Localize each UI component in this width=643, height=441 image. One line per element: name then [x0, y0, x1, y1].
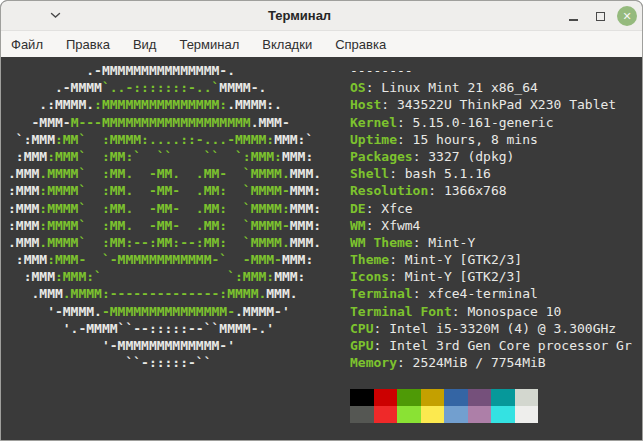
info-line-terminal-font: Terminal Font: Monospace 10 [350, 303, 632, 320]
info-value: : 5.15.0-161-generic [397, 115, 554, 130]
ascii-art-line: :MMM:MMM:` `:MMM:MMM: [8, 268, 321, 285]
ascii-art-segment-g: .MMMM:--------------:MMMM. [63, 286, 267, 301]
info-line-cpu: CPU: Intel i5-3320M (4) @ 3.300GHz [350, 320, 632, 337]
ascii-art-line: .MMM.MMMM` :MM:--:MM:--:MM: `MMMM.MMM. [8, 234, 321, 251]
ascii-art-line: .-MMMM`..-:::::::-..`MMMM-. [8, 79, 321, 96]
ascii-art-segment-g: `..-:::::::-..` [102, 80, 219, 95]
info-line-resolution: Resolution: 1366x768 [350, 182, 632, 199]
titlebar[interactable]: Терминал ✕ [1, 1, 642, 31]
info-value: : Xfce [366, 201, 413, 216]
info-label: DE [350, 201, 366, 216]
info-label: Theme [350, 252, 389, 267]
info-label: Icons [350, 269, 389, 284]
palette-swatch [444, 406, 468, 423]
info-value: : Monospace 10 [452, 304, 562, 319]
ascii-art-segment-w: MMM. [266, 286, 297, 301]
ascii-art-segment-w: .MMM [8, 286, 63, 301]
maximize-button[interactable] [590, 6, 610, 26]
info-label: WM [350, 218, 366, 233]
info-line-wm: WM: Xfwm4 [350, 217, 632, 234]
ascii-art-segment-w: :MMM [8, 218, 39, 233]
info-line-uptime: Uptime: 15 hours, 8 mins [350, 131, 632, 148]
palette-swatch [468, 406, 492, 423]
ascii-art-line: '-MMMMMMMMMMMMM-' [8, 337, 321, 354]
menu-item-tabs[interactable]: Вкладки [254, 33, 320, 56]
palette-swatch [374, 389, 398, 406]
palette-swatch [374, 406, 398, 423]
ascii-art-segment-w: MMM. [290, 235, 321, 250]
menu-item-edit[interactable]: Правка [58, 33, 118, 56]
palette-swatch [421, 389, 445, 406]
ascii-art-segment-w: .MMMM:. [227, 97, 282, 112]
ascii-art-segment-w: .MMM- [251, 115, 290, 130]
blank-line [350, 371, 632, 388]
ascii-art-line: :MMM:MMM` :MM:` `` `` `:MMM:MMM: [8, 148, 321, 165]
info-label: Kernel [350, 115, 397, 130]
info-line-host: Host: 343522U ThinkPad X230 Tablet [350, 96, 632, 113]
menu-item-help[interactable]: Справка [327, 33, 394, 56]
info-line-terminal: Terminal: xfce4-terminal [350, 285, 632, 302]
palette-swatch [468, 389, 492, 406]
info-label: Memory [350, 355, 397, 370]
info-value: : Intel i5-3320M (4) @ 3.300GHz [373, 321, 616, 336]
close-button[interactable]: ✕ [617, 6, 637, 26]
info-line-os: OS: Linux Mint 21 x86_64 [350, 79, 632, 96]
ascii-art-segment-w: :MMM [8, 183, 39, 198]
palette-swatch [444, 389, 468, 406]
ascii-art-segment-g: .MMMM` :MM:--:MM:--:MM: `MMMM. [39, 235, 289, 250]
ascii-art-line: `:MMM:MM` :MMMM:....::-...-MMMM:MMM:` [8, 131, 321, 148]
palette-swatch [350, 389, 374, 406]
minimize-button[interactable] [563, 6, 583, 26]
close-icon: ✕ [622, 11, 631, 22]
ascii-art-segment-w: .MMM [8, 235, 39, 250]
info-line-memory: Memory: 2524MiB / 7754MiB [350, 354, 632, 371]
info-value: : 1366x768 [428, 183, 506, 198]
info-value: : bash 5.1.16 [389, 166, 491, 181]
info-value: : 15 hours, 8 mins [397, 132, 538, 147]
ascii-art-segment-w: ``-:::::-`` [8, 355, 212, 370]
menu-item-terminal[interactable]: Терминал [171, 33, 247, 56]
info-value: : 343522U ThinkPad X230 Tablet [381, 97, 616, 112]
ascii-art-segment-w: :MMM [8, 149, 47, 164]
ascii-art-segment-g: M---MMMMMMMMMMMMMMMMMMM [71, 115, 251, 130]
info-label: CPU [350, 321, 373, 336]
ascii-art-segment-w: -MMM- [8, 115, 71, 130]
ascii-art-segment-g: :MMMM` :MM. -MM- .MM: `MMMM- [39, 218, 289, 233]
ascii-art-segment-w: '.-MMMM``--:::::--``MMMM-.' [8, 321, 274, 336]
info-divider-text: -------- [350, 63, 413, 78]
info-value: : Mint-Y [GTK2/3] [389, 252, 522, 267]
info-label: Uptime [350, 132, 397, 147]
ascii-art-line: '-MMMM.-MMMMMMMMMMMMMMM-.MMMM-' [8, 303, 321, 320]
palette-row-bright [350, 406, 632, 423]
info-value: : 3327 (dpkg) [413, 149, 515, 164]
palette-row-normal [350, 389, 632, 406]
window-title: Терминал [1, 8, 598, 23]
info-label: OS [350, 80, 366, 95]
info-label: Packages [350, 149, 413, 164]
ascii-art-segment-g: :MMMM` :MM. -MM- .MM: `MMMM: [39, 201, 289, 216]
info-line-kernel: Kernel: 5.15.0-161-generic [350, 114, 632, 131]
ascii-art-segment-w: '-MMMM. [8, 304, 102, 319]
ascii-art-segment-w: MMM: [290, 201, 321, 216]
info-label: Terminal Font [350, 304, 452, 319]
info-divider: -------- [350, 62, 632, 79]
info-value: : Linux Mint 21 x86_64 [366, 80, 538, 95]
palette-swatch [491, 406, 515, 423]
menu-item-file[interactable]: Файл [3, 33, 51, 56]
ascii-art-segment-w: .MMM [8, 166, 39, 181]
ascii-art-segment-w: MMM:` [274, 132, 313, 147]
terminal-screen[interactable]: .-MMMMMMMMMMMMMMM-. .-MMMM`..-:::::::-..… [1, 57, 642, 440]
info-value: : Mint-Y [413, 235, 476, 250]
terminal-window: Терминал ✕ ФайлПравкаВидТерминалВкладкиС… [0, 0, 643, 441]
ascii-art-segment-g: :MMMM` :MM. -MM- .MM: `MMMM- [39, 183, 289, 198]
menu-item-view[interactable]: Вид [125, 33, 165, 56]
menubar: ФайлПравкаВидТерминалВкладкиСправка [1, 31, 642, 57]
info-value: : 2524MiB / 7754MiB [397, 355, 546, 370]
ascii-art-segment-g: :MMM:` `:MMM: [55, 269, 274, 284]
window-controls: ✕ [563, 1, 637, 31]
info-line-theme: Theme: Mint-Y [GTK2/3] [350, 251, 632, 268]
ascii-art-segment-w: MMM: [290, 218, 321, 233]
info-line-icons: Icons: Mint-Y [GTK2/3] [350, 268, 632, 285]
info-label: Resolution [350, 183, 428, 198]
neofetch-info: --------OS: Linux Mint 21 x86_64Host: 34… [350, 62, 632, 423]
